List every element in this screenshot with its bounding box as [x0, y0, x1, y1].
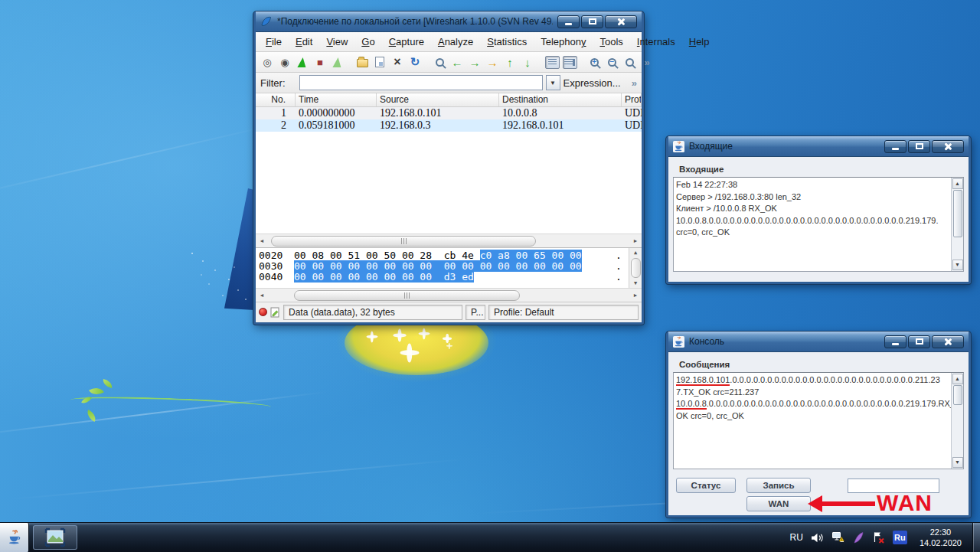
scroll-right-arrow[interactable]: ► [629, 289, 642, 302]
capture-comment-icon[interactable] [270, 307, 280, 318]
zoom-out-icon[interactable]: − [603, 54, 620, 70]
open-file-icon[interactable] [354, 54, 371, 70]
minimize-button[interactable] [884, 335, 906, 348]
reload-icon[interactable]: ↻ [407, 54, 423, 70]
scroll-up-arrow[interactable]: ▲ [952, 374, 963, 384]
network-warning-icon[interactable] [831, 531, 845, 544]
minimize-button[interactable] [557, 15, 580, 28]
capture-options-icon[interactable]: ◉ [276, 54, 293, 70]
column-header-destination[interactable]: Destination [499, 93, 622, 106]
wan-annotation-label: WAN [877, 490, 933, 516]
taskbar-java-app-button[interactable] [0, 523, 29, 552]
filter-dropdown-button[interactable]: ▼ [546, 75, 560, 90]
hex-hscrollbar[interactable]: ◄ ► [256, 288, 642, 302]
expression-button[interactable]: Expression... [564, 77, 621, 89]
scrollbar-thumb[interactable] [631, 258, 641, 278]
hex-row[interactable]: 003000 00 00 00 00 00 00 00 00 00 00 00 … [256, 261, 642, 272]
scrollbar-thumb[interactable] [271, 236, 536, 247]
go-to-packet-icon[interactable]: → [484, 54, 501, 70]
taskbar-image-viewer-button[interactable] [33, 525, 77, 550]
column-header-no[interactable]: No. [256, 93, 296, 106]
scroll-down-arrow[interactable]: ▼ [629, 279, 642, 288]
scroll-up-arrow[interactable]: ▲ [629, 248, 642, 257]
autoscroll-toggle-icon[interactable] [561, 54, 578, 70]
menu-analyze[interactable]: Analyze [431, 34, 480, 50]
incoming-titlebar[interactable]: Входящие [668, 136, 969, 157]
menu-edit[interactable]: Edit [289, 34, 319, 50]
filterbar-overflow-chevron[interactable]: » [632, 77, 637, 89]
scroll-down-arrow[interactable]: ▼ [952, 260, 963, 270]
packet-row[interactable]: 10.000000000192.168.0.10110.0.0.8UDP [256, 107, 642, 119]
scrollbar-thumb[interactable] [294, 290, 520, 301]
maximize-button[interactable] [908, 140, 930, 153]
profile-status[interactable]: Profile: Default [488, 305, 639, 320]
console-titlebar[interactable]: Консоль [668, 332, 969, 352]
hex-row[interactable]: 002000 08 00 51 00 50 00 28 cb 4e c0 a8 … [256, 250, 642, 261]
menu-capture[interactable]: Capture [382, 34, 431, 50]
language-indicator[interactable]: RU [790, 532, 803, 543]
filter-label[interactable]: Filter: [260, 77, 286, 89]
expert-info-icon[interactable] [259, 308, 267, 316]
stop-capture-icon[interactable]: ■ [312, 54, 328, 70]
menu-tools[interactable]: Tools [593, 34, 630, 50]
go-bottom-icon[interactable]: ↓ [519, 54, 536, 70]
maximize-button[interactable] [581, 15, 603, 28]
wan-button[interactable]: WAN [746, 496, 811, 511]
volume-icon[interactable] [811, 532, 824, 544]
scroll-up-arrow[interactable]: ▲ [952, 178, 963, 189]
menu-go[interactable]: Go [354, 34, 381, 50]
scrollbar-thumb[interactable] [953, 190, 962, 237]
incoming-vscrollbar[interactable]: ▲ ▼ [951, 178, 963, 271]
column-header-prot[interactable]: Prot [622, 93, 642, 106]
maximize-button[interactable] [908, 335, 930, 348]
taskbar-clock[interactable]: 22:30 14.02.2020 [915, 527, 966, 548]
hex-view[interactable]: 002000 08 00 51 00 50 00 28 cb 4e c0 a8 … [256, 247, 642, 288]
scrollbar-thumb[interactable] [953, 385, 962, 405]
scroll-right-arrow[interactable]: ► [629, 235, 642, 247]
close-button[interactable] [605, 15, 637, 28]
console-vscrollbar[interactable]: ▲ ▼ [951, 373, 963, 469]
menu-file[interactable]: File [259, 34, 289, 50]
column-header-source[interactable]: Source [377, 93, 499, 106]
filter-input[interactable] [299, 75, 543, 90]
zoom-in-icon[interactable]: + [586, 54, 603, 70]
wireshark-titlebar[interactable]: *Подключение по локальной сети [Wireshar… [256, 11, 642, 32]
console-textarea[interactable]: 192.168.0.101.0.0.0.0.0.0.0.0.0.0.0.0.0.… [673, 372, 964, 469]
packet-list[interactable]: 10.000000000192.168.0.10110.0.0.8UDP20.0… [256, 107, 642, 234]
close-button[interactable] [932, 140, 964, 153]
scroll-down-arrow[interactable]: ▼ [952, 457, 963, 468]
show-desktop-button[interactable] [972, 523, 980, 552]
go-back-icon[interactable]: ← [449, 54, 466, 70]
toolbar-overflow-chevron[interactable]: » [639, 54, 655, 70]
save-file-icon[interactable] [371, 54, 388, 70]
status-button[interactable]: Статус [676, 478, 736, 493]
go-forward-icon[interactable]: → [466, 54, 483, 70]
scroll-left-arrow[interactable]: ◄ [256, 289, 268, 302]
menu-telephony[interactable]: Telephony [534, 34, 593, 50]
column-header-time[interactable]: Time [296, 93, 377, 106]
minimize-button[interactable] [884, 140, 906, 153]
hex-vscrollbar[interactable]: ▲ ▼ [629, 248, 642, 288]
menu-statistics[interactable]: Statistics [480, 34, 534, 50]
action-center-flag-icon[interactable] [872, 531, 885, 544]
menu-internals[interactable]: Internals [630, 34, 682, 50]
close-file-icon[interactable]: × [389, 54, 406, 70]
incoming-textarea[interactable]: Feb 14 22:27:38Сервер > /192.168.0.3:80 … [673, 177, 964, 272]
colorize-toggle-icon[interactable] [544, 54, 560, 70]
close-button[interactable] [932, 335, 964, 348]
list-interfaces-icon[interactable]: ◎ [259, 54, 276, 70]
zoom-100-icon[interactable] [621, 54, 638, 70]
packet-list-hscrollbar[interactable]: ◄ ► [256, 234, 642, 247]
start-capture-icon[interactable] [294, 54, 311, 70]
find-packet-icon[interactable] [431, 54, 448, 70]
hex-row[interactable]: 004000 00 00 00 00 00 00 00 d3 ed. [256, 272, 642, 283]
menu-view[interactable]: View [319, 34, 354, 50]
restart-capture-icon[interactable] [329, 54, 346, 70]
go-top-icon[interactable]: ↑ [501, 54, 518, 70]
scroll-left-arrow[interactable]: ◄ [256, 235, 268, 247]
feather-pen-icon[interactable] [853, 531, 864, 544]
punto-switcher-icon[interactable]: Ru [893, 531, 907, 544]
menu-help[interactable]: Help [682, 34, 717, 50]
record-button[interactable]: Запись [746, 478, 811, 493]
packet-row[interactable]: 20.059181000192.168.0.3192.168.0.101UDP [256, 119, 642, 132]
